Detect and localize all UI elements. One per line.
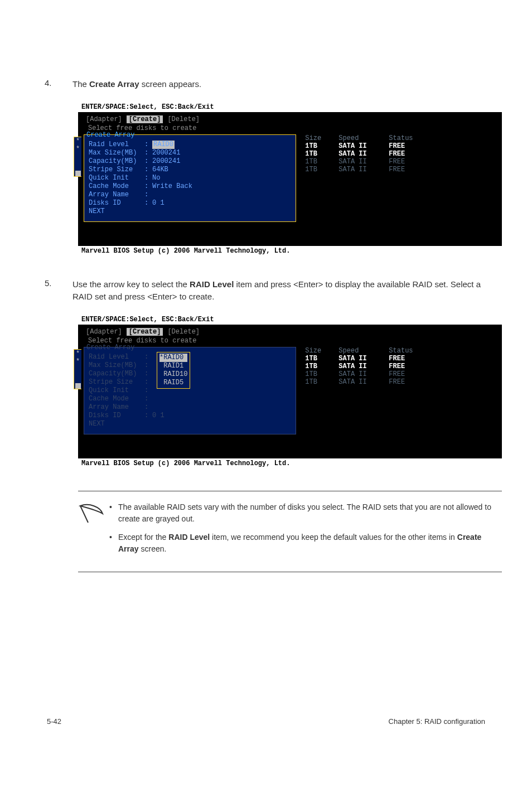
- box-title: Create Array: [86, 344, 289, 351]
- bios-window-2: ENTER/SPACE:Select, ESC:Back/Exit [Adapt…: [78, 315, 502, 468]
- disk-row[interactable]: 1TBSATA IIFREE: [303, 142, 496, 150]
- disk-row[interactable]: 1TBSATA IIFREE: [303, 355, 496, 363]
- raid10-option[interactable]: RAID10: [159, 370, 187, 379]
- disk-row[interactable]: 1TBSATA IIFREE: [303, 378, 496, 386]
- disk-row[interactable]: 1TBSATA IIFREE: [303, 150, 496, 158]
- tab-adapter[interactable]: [Adapter]: [84, 328, 124, 336]
- raid-level-dropdown[interactable]: *RAID0 RAID1 RAID10 RAID5: [157, 352, 190, 389]
- disk-table-header: Size Speed Status: [303, 134, 496, 142]
- page-number: 5-42: [47, 717, 61, 726]
- step-4: 4. The Create Array screen appears.: [45, 78, 487, 91]
- box-title: Create Array: [86, 131, 289, 139]
- raid5-option[interactable]: RAID5: [159, 379, 187, 387]
- note-icon: [78, 504, 105, 526]
- bios-header: ENTER/SPACE:Select, ESC:Back/Exit: [78, 102, 502, 112]
- next-button[interactable]: NEXT: [89, 207, 144, 216]
- tab-delete[interactable]: [Delete]: [165, 115, 202, 123]
- bios-footer: Marvell BIOS Setup (c) 2006 Marvell Tech…: [78, 458, 502, 468]
- step-text: Use the arrow key to select the RAID Lev…: [72, 278, 487, 303]
- bios-tabs: [Adapter] [Create] [Delete]: [84, 115, 496, 123]
- scroll-handle[interactable]: [75, 383, 81, 389]
- disk-table-header: Size Speed Status: [303, 347, 496, 355]
- step-number: 5.: [45, 278, 56, 303]
- disk-row[interactable]: 1TBSATA IIFREE: [303, 166, 496, 173]
- scroll-handle[interactable]: [75, 171, 81, 176]
- star-column: * *: [74, 349, 81, 389]
- note-box: The available RAID sets vary with the nu…: [78, 491, 502, 572]
- bios-tabs: [Adapter] [Create] [Delete]: [84, 328, 496, 336]
- create-array-box: Create Array Raid Level: Max Size(MB): C…: [84, 347, 296, 434]
- step-5: 5. Use the arrow key to select the RAID …: [45, 278, 487, 303]
- disk-row[interactable]: 1TBSATA IIFREE: [303, 363, 496, 370]
- star-column: * *: [74, 137, 81, 177]
- tab-adapter[interactable]: [Adapter]: [84, 115, 124, 123]
- disk-row[interactable]: 1TBSATA IIFREE: [303, 370, 496, 378]
- step-text: The Create Array screen appears.: [72, 78, 487, 91]
- create-array-box: Create Array Raid Level:RAID0 Max Size(M…: [84, 134, 296, 222]
- disk-row[interactable]: 1TBSATA IIFREE: [303, 158, 496, 166]
- tab-create[interactable]: [Create]: [127, 115, 163, 123]
- chapter-label: Chapter 5: RAID configuration: [389, 717, 485, 726]
- step-number: 4.: [45, 78, 56, 91]
- bios-footer: Marvell BIOS Setup (c) 2006 Marvell Tech…: [78, 246, 502, 256]
- tab-delete[interactable]: [Delete]: [165, 328, 202, 336]
- page-footer: 5-42 Chapter 5: RAID configuration: [45, 717, 487, 726]
- tab-create[interactable]: [Create]: [127, 328, 163, 336]
- raid0-option[interactable]: *RAID0: [159, 354, 187, 362]
- raid1-option[interactable]: RAID1: [159, 362, 187, 370]
- note-item: The available RAID sets vary with the nu…: [117, 501, 496, 525]
- bios-window-1: ENTER/SPACE:Select, ESC:Back/Exit [Adapt…: [78, 102, 502, 256]
- raid-level-value[interactable]: RAID0: [152, 141, 175, 149]
- note-item: Except for the RAID Level item, we recom…: [117, 532, 496, 555]
- bios-header: ENTER/SPACE:Select, ESC:Back/Exit: [78, 315, 502, 325]
